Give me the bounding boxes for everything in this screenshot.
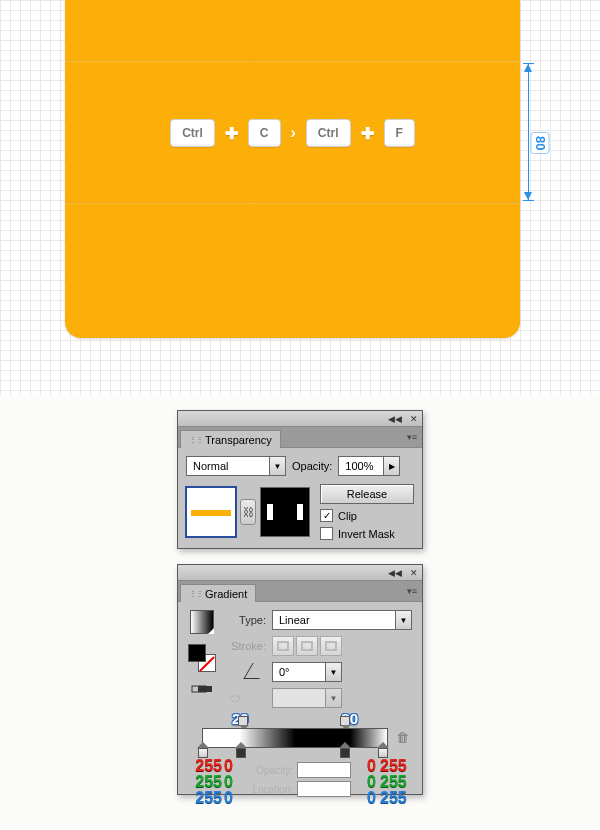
clip-checkbox[interactable]: ✓ xyxy=(320,509,333,522)
key-ctrl-1: Ctrl xyxy=(170,119,215,147)
chevron-right-icon: › xyxy=(291,124,296,142)
gradient-ramp[interactable] xyxy=(202,728,388,748)
panel-menu-icon[interactable]: ▾≡ xyxy=(402,581,422,601)
stroke-align-2 xyxy=(296,636,318,656)
release-button[interactable]: Release xyxy=(320,484,414,504)
key-ctrl-2: Ctrl xyxy=(306,119,351,147)
plus-icon: ✚ xyxy=(225,124,238,143)
measurement-guide: 80 xyxy=(526,60,576,204)
collapse-icon[interactable]: ◀◀ xyxy=(388,568,402,578)
opacity-input[interactable]: 100% ▶ xyxy=(338,456,400,476)
aspect-ratio-icon: ⬭ xyxy=(226,691,266,705)
stop-location-input[interactable] xyxy=(297,781,351,797)
mask-thumbnail[interactable] xyxy=(260,487,310,537)
angle-input[interactable]: 0° ▼ xyxy=(272,662,342,682)
stroke-align-3 xyxy=(320,636,342,656)
close-icon[interactable]: ✕ xyxy=(410,414,418,424)
panel-titlebar[interactable]: ◀◀ ✕ xyxy=(178,411,422,427)
chevron-down-icon[interactable]: ▼ xyxy=(269,457,285,475)
angle-icon xyxy=(226,663,266,681)
panels-background: ◀◀ ✕ ⋮⋮ Transparency ▾≡ Normal ▼ Opacity… xyxy=(0,395,600,830)
trash-icon[interactable]: 🗑 xyxy=(396,730,410,746)
key-f: F xyxy=(384,119,415,147)
invert-mask-label: Invert Mask xyxy=(338,528,395,540)
rgb-readout-stop1: 255255255 xyxy=(184,758,222,806)
panel-titlebar[interactable]: ◀◀ ✕ xyxy=(178,565,422,581)
gradient-swatch[interactable] xyxy=(190,610,214,634)
stroke-align-group xyxy=(272,636,342,656)
tab-label: Gradient xyxy=(205,588,247,600)
grip-icon: ⋮⋮ xyxy=(189,437,203,443)
panel-menu-icon[interactable]: ▾≡ xyxy=(402,427,422,447)
clip-label: Clip xyxy=(338,510,357,522)
blend-mode-select[interactable]: Normal ▼ xyxy=(186,456,286,476)
fill-stroke-toggle[interactable] xyxy=(188,644,216,672)
tab-transparency[interactable]: ⋮⋮ Transparency xyxy=(180,430,281,448)
fold-line-bottom xyxy=(65,202,520,204)
canvas-artboard[interactable]: Ctrl ✚ C › Ctrl ✚ F 80 xyxy=(0,0,600,395)
stop-opacity-input[interactable] xyxy=(297,762,351,778)
chevron-down-icon[interactable]: ▶ xyxy=(383,457,399,475)
collapse-icon[interactable]: ◀◀ xyxy=(388,414,402,424)
rgb-readout-stop4: 255255255 xyxy=(380,758,418,806)
gradient-type-select[interactable]: Linear ▼ xyxy=(272,610,412,630)
measurement-value: 80 xyxy=(531,132,550,154)
chevron-down-icon[interactable]: ▼ xyxy=(325,663,341,681)
stroke-label: Stroke: xyxy=(226,640,266,652)
opacity-stop[interactable] xyxy=(340,716,350,726)
plus-icon: ✚ xyxy=(361,124,374,143)
grip-icon: ⋮⋮ xyxy=(189,591,203,597)
opacity-value: 100% xyxy=(339,460,383,472)
fold-line-top xyxy=(65,60,520,62)
chevron-down-icon[interactable]: ▼ xyxy=(395,611,411,629)
reverse-gradient-icon[interactable] xyxy=(190,682,214,696)
tab-gradient[interactable]: ⋮⋮ Gradient xyxy=(180,584,256,602)
chevron-down-icon: ▼ xyxy=(325,689,341,707)
close-icon[interactable]: ✕ xyxy=(410,568,418,578)
transparency-panel: ◀◀ ✕ ⋮⋮ Transparency ▾≡ Normal ▼ Opacity… xyxy=(177,410,423,549)
orange-shape[interactable]: Ctrl ✚ C › Ctrl ✚ F xyxy=(65,0,520,338)
stop-opacity-label: Opacity: xyxy=(249,765,293,776)
type-label: Type: xyxy=(226,614,266,626)
opacity-label: Opacity: xyxy=(292,460,332,472)
opacity-stop[interactable] xyxy=(238,716,248,726)
shortcut-hint: Ctrl ✚ C › Ctrl ✚ F xyxy=(65,119,520,147)
fill-swatch[interactable] xyxy=(188,644,206,662)
angle-value: 0° xyxy=(273,666,325,678)
link-icon[interactable]: ⛓ xyxy=(240,499,256,525)
stroke-align-1 xyxy=(272,636,294,656)
gradient-panel: ◀◀ ✕ ⋮⋮ Gradient ▾≡ xyxy=(177,564,423,795)
invert-mask-checkbox[interactable] xyxy=(320,527,333,540)
tab-label: Transparency xyxy=(205,434,272,446)
blend-mode-value: Normal xyxy=(187,460,269,472)
gradient-slider[interactable]: 20 80 🗑 255255255 000 000 xyxy=(188,714,412,788)
stop-location-label: Location: xyxy=(249,784,293,795)
object-thumbnail[interactable] xyxy=(186,487,236,537)
key-c: C xyxy=(248,119,281,147)
aspect-ratio-input: ▼ xyxy=(272,688,342,708)
gradient-type-value: Linear xyxy=(273,614,395,626)
svg-rect-1 xyxy=(198,686,212,692)
